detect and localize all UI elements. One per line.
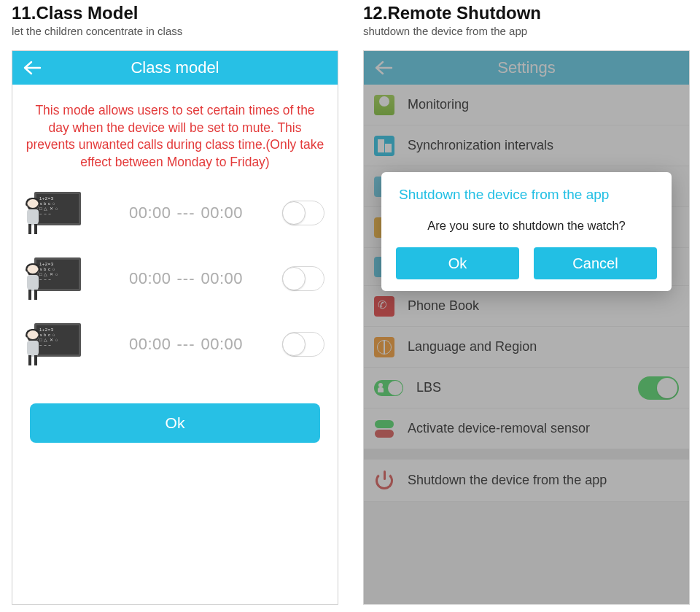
app-header-title: Class model — [131, 58, 219, 77]
time-sep: --- — [177, 335, 195, 354]
time-row-3[interactable]: 1+2=3a b c ○□ △ ✕ ○~ ~ ~ 00:00 --- 00:00 — [12, 311, 338, 377]
time-sep: --- — [177, 204, 195, 222]
settings-screen: Settings Monitoring Synchronization inte… — [363, 50, 690, 605]
class-model-description: This mode allows users to set certain ti… — [12, 85, 338, 180]
app-header: Class model — [12, 51, 338, 85]
section-12-title: 12.Remote Shutdown — [363, 3, 690, 23]
time-sep: --- — [177, 269, 195, 288]
shutdown-dialog: Shutdown the device from the app Are you… — [381, 172, 672, 291]
chalkboard-icon: 1+2=3a b c ○□ △ ✕ ○~ ~ ~ — [26, 256, 82, 301]
class-model-screen: Class model This mode allows users to se… — [12, 50, 338, 605]
section-12-subtitle: shutdown the device from the app — [363, 25, 690, 37]
toggle-row-3[interactable] — [282, 332, 324, 357]
chalkboard-icon: 1+2=3a b c ○□ △ ✕ ○~ ~ ~ — [26, 190, 82, 236]
dialog-message: Are you sure to shutdown the watch? — [393, 219, 660, 233]
chalkboard-icon: 1+2=3a b c ○□ △ ✕ ○~ ~ ~ — [26, 322, 82, 367]
toggle-row-2[interactable] — [282, 266, 324, 291]
dialog-cancel-button[interactable]: Cancel — [534, 247, 657, 279]
dialog-title: Shutdown the device from the app — [393, 187, 660, 203]
time-from[interactable]: 00:00 — [129, 269, 171, 288]
time-from[interactable]: 00:00 — [129, 335, 171, 354]
modal-overlay — [364, 51, 689, 604]
back-arrow-icon[interactable] — [23, 60, 42, 76]
dialog-ok-button[interactable]: Ok — [396, 247, 519, 279]
time-to[interactable]: 00:00 — [201, 335, 243, 354]
time-to[interactable]: 00:00 — [201, 204, 243, 222]
toggle-row-1[interactable] — [282, 201, 324, 225]
section-11-subtitle: let the children concentrate in class — [12, 25, 338, 37]
time-to[interactable]: 00:00 — [201, 269, 243, 288]
section-11-title: 11.Class Model — [12, 3, 338, 23]
time-row-2[interactable]: 1+2=3a b c ○□ △ ✕ ○~ ~ ~ 00:00 --- 00:00 — [12, 246, 338, 311]
time-from[interactable]: 00:00 — [129, 204, 171, 222]
ok-button[interactable]: Ok — [30, 403, 320, 443]
time-row-1[interactable]: 1+2=3a b c ○□ △ ✕ ○~ ~ ~ 00:00 --- 00:00 — [12, 180, 338, 246]
